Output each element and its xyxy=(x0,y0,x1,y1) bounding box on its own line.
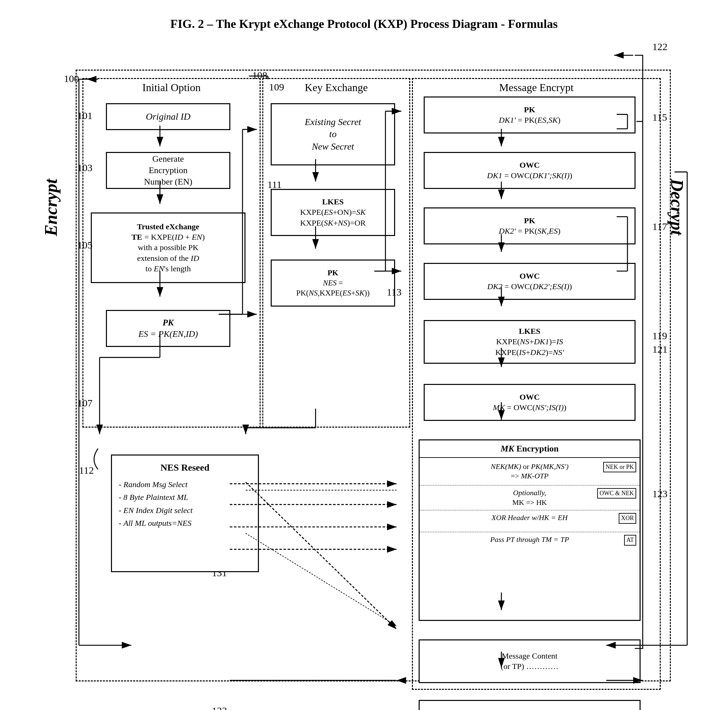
ref-101: 101 xyxy=(77,110,92,121)
existing-secret-box: Existing Secret to New Secret xyxy=(271,103,395,166)
owc-mk-box: OWC MK = OWC(NS';IS(I)) xyxy=(424,384,636,421)
ref-115: 115 xyxy=(652,111,667,123)
nes-reseed-title: NES Reseed xyxy=(119,461,251,475)
pk-dk2-box: PK DK2' = PK(SK,ES) xyxy=(424,207,636,244)
message-content-box: Message Content (or TP) ………… xyxy=(419,640,641,683)
diagram-container: Encrypt Decrypt 122 100 108 109 Initial … xyxy=(20,38,708,693)
key-exchange-header: Key Exchange xyxy=(264,81,408,94)
initial-option-header: Initial Option xyxy=(87,81,255,94)
xor-badge: XOR xyxy=(619,513,636,524)
lkes-box: LKES KXPE(ES+ON)=SK KXPE(SK+NS)=OR xyxy=(271,189,395,236)
message-encrypt-header: Message Encrypt xyxy=(414,81,659,94)
generate-en-box: Generate Encryption Number (EN) xyxy=(106,152,230,189)
owc-nek-badge: OWC & NEK xyxy=(597,488,636,499)
ref-113: 113 xyxy=(387,286,402,298)
owc-dk1-box: OWC DK1 = OWC(DK1';SK(I)) xyxy=(424,152,636,189)
ref-107: 107 xyxy=(77,398,92,409)
ref-112: 112 xyxy=(79,465,94,476)
ref-103: 103 xyxy=(77,162,92,173)
pk-dk1-box: PK DK1' = PK(ES,SK) xyxy=(424,97,636,133)
ref-119: 119 xyxy=(652,330,667,342)
lkes2-box: LKES KXPE(NS+DK1)=IS KXPE(IS+DK2)=NS' xyxy=(424,320,636,364)
trusted-exchange-box: Trusted eXchange TE = KXPE(ID + EN) with… xyxy=(91,213,245,283)
ref-111: 111 xyxy=(267,179,282,190)
optionally-row: Optionally, MK => HK OWC & NEK xyxy=(420,485,640,510)
mk-encryption-outer: MK Encryption NEK(MK) or PK(MK,NS') => M… xyxy=(419,439,641,621)
mk-encryption-label: MK Encryption xyxy=(420,440,640,458)
nek-pk-row: NEK(MK) or PK(MK,NS') => MK-OTP NEK or P… xyxy=(420,458,640,485)
ref-117: 117 xyxy=(652,221,667,232)
pass-pt-row: Pass PT through TM = TP AT xyxy=(420,532,640,554)
ref-105: 105 xyxy=(77,239,92,251)
owc-dk2-box: OWC DK2 = OWC(DK2';ES(I)) xyxy=(424,263,636,300)
xor-header-row: XOR Header w/HK = EH XOR xyxy=(420,510,640,532)
at-badge: AT xyxy=(624,535,636,545)
encrypt-label: Encrypt xyxy=(41,179,61,236)
ref-121: 121 xyxy=(652,343,668,355)
figure-title: FIG. 2 – The Krypt eXchange Protocol (KX… xyxy=(20,17,708,31)
pk-es-box: PK ES = PK(EN,ID) xyxy=(106,310,230,347)
ref-122: 122 xyxy=(652,41,668,53)
original-id-box: Original ID xyxy=(106,103,230,130)
pk-nes-box: PK NES = PK(NS,KXPE(ES+SK)) xyxy=(271,260,395,307)
page: FIG. 2 – The Krypt eXchange Protocol (KX… xyxy=(0,0,728,710)
nek-or-pk-badge: NEK or PK xyxy=(603,462,636,472)
xor-cm-box: XOR = CM xyxy=(419,700,641,710)
nes-reseed-box: NES Reseed - Random Msg Select - 8 Byte … xyxy=(111,455,259,572)
ref-123: 123 xyxy=(652,488,668,500)
nes-reseed-content: - Random Msg Select - 8 Byte Plaintext M… xyxy=(119,478,251,530)
ref-133: 133 xyxy=(212,705,227,710)
